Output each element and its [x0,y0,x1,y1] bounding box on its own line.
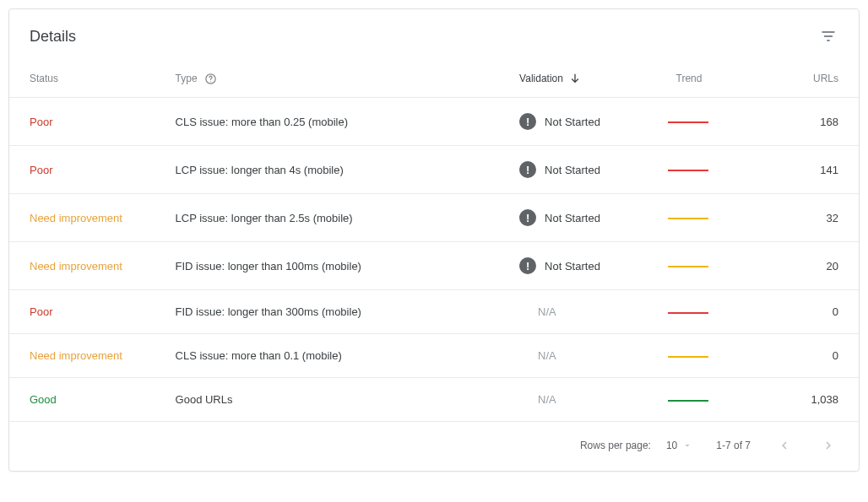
type-cell: LCP issue: longer than 2.5s (mobile) [162,194,507,242]
exclamation-icon: ! [519,161,536,178]
type-cell: FID issue: longer than 100ms (mobile) [162,242,507,290]
validation-cell: !Not Started [506,98,654,146]
validation-cell: !Not Started [506,146,654,194]
exclamation-icon: ! [519,113,536,130]
status-cell: Need improvement [9,242,162,290]
card-title: Details [30,28,76,46]
exclamation-icon: ! [519,209,536,226]
validation-cell: N/A [506,334,654,378]
column-header-type[interactable]: Type [162,62,507,98]
status-cell: Poor [9,146,162,194]
table-row[interactable]: PoorLCP issue: longer than 4s (mobile)!N… [9,146,859,194]
filter-icon [820,28,837,45]
svg-point-1 [210,81,211,82]
trend-sparkline [668,356,708,358]
validation-label: N/A [519,305,556,318]
column-header-status[interactable]: Status [9,62,162,98]
trend-sparkline [668,312,708,314]
validation-cell: N/A [506,378,654,422]
details-table: Status Type Validation [9,62,859,422]
validation-label: Not Started [545,164,600,176]
validation-label: Not Started [545,260,600,273]
exclamation-icon: ! [519,257,536,274]
trend-cell [654,242,785,290]
urls-cell: 0 [784,334,859,378]
column-header-validation[interactable]: Validation [506,62,654,98]
column-header-urls-label: URLs [813,73,838,84]
table-row[interactable]: PoorCLS issue: more than 0.25 (mobile)!N… [9,98,859,146]
validation-label: N/A [519,349,556,362]
chevron-right-icon [821,438,836,453]
urls-cell: 32 [784,194,859,242]
details-card: Details Status Type Validation [8,8,860,472]
table-row[interactable]: Need improvementFID issue: longer than 1… [9,242,859,290]
help-icon[interactable] [204,73,217,85]
trend-sparkline [668,170,708,171]
validation-label: Not Started [545,116,600,128]
urls-cell: 0 [784,290,859,334]
next-page-button[interactable] [818,435,838,456]
rows-per-page-label: Rows per page: [580,440,651,451]
trend-cell [654,98,785,146]
table-row[interactable]: GoodGood URLsN/A1,038 [9,378,859,422]
arrow-down-icon [568,72,582,85]
trend-sparkline [668,400,708,402]
validation-cell: N/A [506,290,654,334]
column-header-trend-label: Trend [676,73,703,84]
rows-per-page: Rows per page: 10 [580,440,692,451]
table-row[interactable]: PoorFID issue: longer than 300ms (mobile… [9,290,859,334]
table-row[interactable]: Need improvementCLS issue: more than 0.1… [9,334,859,378]
table-header-row: Status Type Validation [9,62,859,98]
urls-cell: 1,038 [784,378,859,422]
trend-cell [654,290,785,334]
urls-cell: 20 [784,242,859,290]
validation-label: Not Started [545,212,600,224]
type-cell: CLS issue: more than 0.1 (mobile) [162,334,507,378]
type-cell: FID issue: longer than 300ms (mobile) [162,290,507,334]
type-cell: LCP issue: longer than 4s (mobile) [162,146,507,194]
trend-cell [654,194,785,242]
column-header-validation-label: Validation [519,73,563,84]
table-row[interactable]: Need improvementLCP issue: longer than 2… [9,194,859,242]
trend-cell [654,334,785,378]
filter-button[interactable] [818,26,838,46]
status-cell: Need improvement [9,334,162,378]
trend-sparkline [668,218,708,219]
validation-cell: !Not Started [506,242,654,290]
validation-label: N/A [519,393,556,406]
status-cell: Good [9,378,162,422]
column-header-trend[interactable]: Trend [654,62,785,98]
trend-sparkline [668,121,708,123]
pagination-range: 1-7 of 7 [716,440,751,451]
rows-per-page-select[interactable]: 10 [666,440,692,451]
validation-cell: !Not Started [506,194,654,242]
status-cell: Poor [9,98,162,146]
column-header-urls[interactable]: URLs [784,62,859,98]
urls-cell: 141 [784,146,859,194]
status-cell: Need improvement [9,194,162,242]
status-cell: Poor [9,290,162,334]
trend-cell [654,146,785,194]
caret-down-icon [682,440,692,451]
table-footer: Rows per page: 10 1-7 of 7 [9,422,859,471]
urls-cell: 168 [784,98,859,146]
type-cell: Good URLs [162,378,507,422]
type-cell: CLS issue: more than 0.25 (mobile) [162,98,507,146]
card-header: Details [9,9,859,62]
trend-sparkline [668,266,708,267]
prev-page-button[interactable] [774,435,795,456]
chevron-left-icon [777,438,792,453]
rows-per-page-value: 10 [666,440,677,451]
column-header-type-label: Type [176,73,198,84]
column-header-status-label: Status [30,73,58,84]
trend-cell [654,378,785,422]
